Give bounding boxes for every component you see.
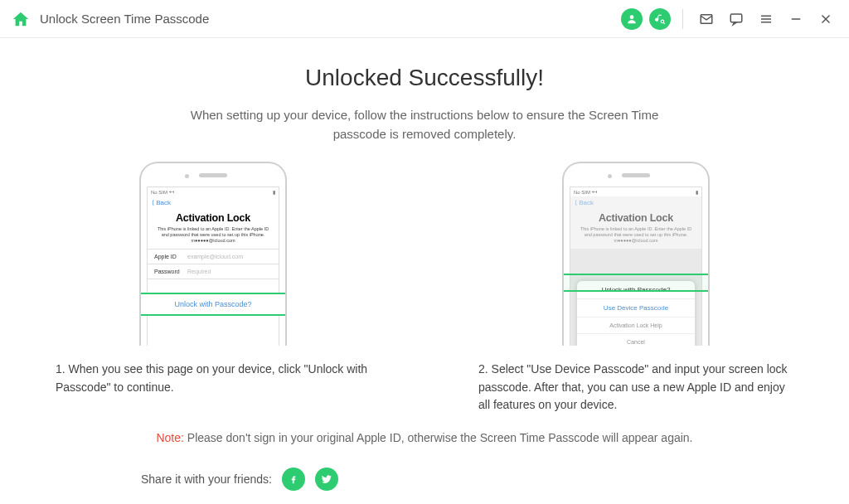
svg-line-2 (663, 22, 664, 23)
sheet-cancel: Cancel (577, 334, 695, 346)
minimize-icon[interactable] (784, 7, 808, 31)
note-line: Note: Please don't sign in your original… (50, 431, 799, 444)
highlight-use-device-passcode (562, 274, 710, 292)
home-icon[interactable] (12, 10, 30, 28)
svg-rect-4 (730, 14, 742, 22)
phone-mockup-2: No SIM ⬶▮ ⟨ Back Activation Lock This iP… (562, 162, 710, 346)
feedback-icon[interactable] (725, 7, 748, 31)
steps-row: No SIM ⬶▮ ⟨ Back Activation Lock This iP… (50, 162, 799, 414)
activation-lock-title: Activation Lock (148, 212, 279, 224)
activation-lock-desc: This iPhone is linked to an Apple ID. En… (570, 224, 701, 249)
apple-id-label: Apple ID (154, 254, 187, 259)
svg-point-1 (661, 20, 664, 23)
apple-id-value: example@icloud.com (187, 254, 243, 259)
page-title: Unlock Screen Time Passcode (40, 12, 209, 26)
account-icon[interactable] (621, 8, 643, 30)
twitter-icon[interactable] (315, 468, 338, 491)
subheading: When setting up your device, follow the … (167, 106, 682, 143)
main-content: Unlocked Successfully! When setting up y… (0, 38, 849, 499)
step-1: No SIM ⬶▮ ⟨ Back Activation Lock This iP… (56, 162, 371, 414)
password-value: Required (187, 269, 211, 274)
svg-point-0 (630, 15, 634, 19)
sheet-use-device-passcode: Use Device Passcode (577, 299, 695, 317)
menu-icon[interactable] (754, 7, 778, 31)
step-1-text: 1. When you see this page on your device… (56, 361, 371, 396)
phone-mockup-1: No SIM ⬶▮ ⟨ Back Activation Lock This iP… (139, 162, 287, 346)
highlight-unlock-passcode: Unlock with Passcode? (139, 293, 287, 316)
music-search-icon[interactable] (649, 8, 671, 30)
back-link: ⟨ Back (570, 196, 701, 209)
step-2-text: 2. Select "Use Device Passcode" and inpu… (478, 361, 793, 414)
password-label: Password (154, 269, 187, 274)
note-text: Please don't sign in your original Apple… (184, 431, 693, 444)
statusbar-left: No SIM ⬶ (574, 190, 597, 195)
statusbar-left: No SIM ⬶ (151, 190, 174, 195)
activation-lock-desc: This iPhone is linked to an Apple ID. En… (148, 224, 279, 249)
close-icon[interactable] (814, 7, 837, 31)
note-label: Note: (156, 431, 183, 444)
facebook-icon[interactable] (282, 468, 305, 491)
step-2: No SIM ⬶▮ ⟨ Back Activation Lock This iP… (478, 162, 793, 414)
back-link: ⟨ Back (148, 196, 279, 209)
sheet-help: Activation Lock Help (577, 317, 695, 334)
activation-lock-title: Activation Lock (570, 212, 701, 224)
heading: Unlocked Successfully! (50, 65, 799, 91)
divider (682, 9, 683, 29)
share-row: Share it with your friends: (50, 468, 799, 491)
titlebar: Unlock Screen Time Passcode (0, 0, 849, 38)
mail-icon[interactable] (695, 7, 718, 31)
share-text: Share it with your friends: (141, 472, 272, 486)
